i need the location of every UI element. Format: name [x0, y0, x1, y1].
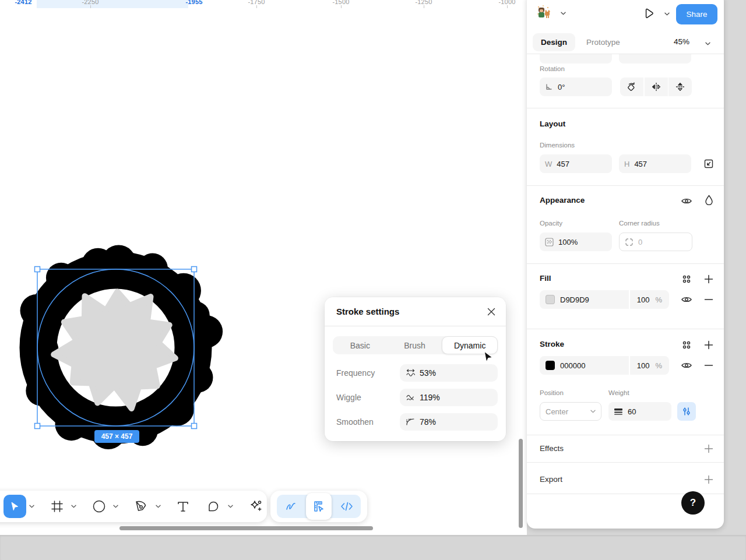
ruler-tick [90, 5, 91, 8]
tab-prototype[interactable]: Prototype [578, 33, 628, 51]
avatar-chevron-icon[interactable] [556, 6, 570, 20]
avatar[interactable] [536, 5, 551, 22]
ruler-label: -1250 [415, 0, 432, 5]
move-cursor-icon [9, 501, 20, 512]
stroke-add-icon[interactable] [702, 338, 716, 352]
tab-design[interactable]: Design [533, 33, 575, 51]
ruler-tick [507, 5, 508, 8]
rotation-value: 0° [558, 83, 565, 91]
horizontal-scrollbar[interactable] [119, 526, 373, 530]
height-input[interactable]: H 457 [619, 154, 691, 173]
zoom-level[interactable]: 45% [674, 37, 689, 46]
fill-color-row[interactable]: D9D9D9 100 % [540, 290, 669, 309]
tab-brush[interactable]: Brush [388, 336, 442, 354]
fill-remove-icon[interactable] [702, 293, 716, 307]
position-chevron-icon [590, 410, 596, 413]
ruler-label: -2412 [15, 0, 31, 5]
rotation-label: Rotation [540, 65, 565, 72]
mouse-cursor [483, 351, 495, 365]
present-chevron-icon[interactable] [660, 7, 674, 21]
corner-radius-input[interactable]: 0 [619, 233, 692, 251]
shape-tool-chevron-icon[interactable] [111, 502, 121, 511]
tab-basic[interactable]: Basic [333, 336, 388, 354]
frequency-input[interactable]: 53% [400, 364, 498, 382]
comment-tool-chevron-icon[interactable] [226, 502, 235, 511]
pen-tool-button[interactable] [129, 495, 152, 518]
pen-tool-chevron-icon[interactable] [153, 502, 163, 511]
share-button[interactable]: Share [676, 4, 717, 24]
ruler-label: -1000 [498, 0, 515, 5]
frame-tool-button[interactable] [45, 495, 68, 518]
height-value: 457 [634, 160, 647, 168]
rotate-90-button[interactable] [620, 78, 643, 96]
stroke-swatch[interactable] [546, 361, 555, 370]
ellipse-icon [92, 499, 106, 513]
frame-tool-chevron-icon[interactable] [69, 502, 79, 511]
width-input[interactable]: W 457 [540, 154, 612, 173]
smoothen-value: 78% [420, 417, 436, 427]
fill-visibility-eye-icon[interactable] [680, 293, 694, 307]
transform-buttons [620, 78, 692, 96]
text-tool-button[interactable] [171, 495, 194, 518]
actions-tool-button[interactable] [244, 495, 267, 518]
horizontal-ruler: -2412-2250-1955-1750-1500-1250-1000 [0, 0, 527, 8]
fill-styles-icon[interactable] [680, 272, 694, 286]
fill-hex[interactable]: D9D9D9 [560, 295, 589, 304]
wiggle-icon [406, 393, 416, 402]
export-add-icon[interactable] [702, 473, 716, 487]
stroke-position-value: Center [546, 407, 568, 416]
stroke-styles-icon[interactable] [680, 338, 694, 352]
vertical-scrollbar[interactable] [519, 439, 523, 528]
visible-eye-icon[interactable] [680, 194, 694, 208]
present-play-button[interactable] [642, 6, 656, 20]
design-mode-button[interactable] [306, 493, 332, 520]
stroke-hex[interactable]: 000000 [560, 361, 585, 370]
flip-horizontal-button[interactable] [645, 78, 668, 96]
dev-mode-button[interactable] [334, 495, 360, 518]
effects-add-icon[interactable] [702, 442, 716, 456]
move-tool-chevron-icon[interactable] [27, 502, 37, 511]
opacity-input[interactable]: 100% [540, 233, 612, 251]
fill-add-icon[interactable] [702, 272, 716, 286]
y-position-input-clipped[interactable] [619, 54, 691, 64]
ruler-label: -1500 [332, 0, 349, 5]
stroke-type-tabs: Basic Brush Dynamic [333, 336, 498, 354]
stroke-color-row[interactable]: 000000 100 % [540, 356, 669, 375]
ruler-label: -1750 [248, 0, 265, 5]
help-button[interactable]: ? [681, 491, 705, 515]
stroke-opacity[interactable]: 100 [637, 361, 650, 370]
fill-heading: Fill [540, 274, 551, 283]
ruler-tick [424, 5, 424, 8]
corner-radius-icon [625, 238, 634, 246]
move-tool-button[interactable] [3, 495, 26, 518]
draw-mode-button[interactable] [278, 495, 304, 518]
wiggle-label: Wiggle [336, 393, 400, 402]
smoothen-input[interactable]: 78% [400, 413, 498, 431]
comment-tool-button[interactable] [202, 495, 225, 518]
opacity-checker-icon [545, 238, 554, 246]
constrain-proportions-button[interactable] [702, 157, 716, 171]
stroke-weight-input[interactable]: 60 [608, 402, 671, 421]
stroke-visibility-eye-icon[interactable] [680, 358, 694, 372]
advanced-stroke-settings-button[interactable] [677, 402, 696, 421]
corner-radius-label: Corner radius [619, 220, 660, 227]
appearance-heading: Appearance [540, 196, 585, 205]
rotation-input[interactable]: 0° [540, 78, 612, 96]
selected-ellipse-shape[interactable] [10, 233, 238, 463]
close-icon[interactable] [487, 308, 495, 316]
fill-opacity[interactable]: 100 [637, 295, 650, 304]
fill-swatch[interactable] [546, 295, 555, 304]
blend-droplet-icon[interactable] [702, 193, 716, 207]
stroke-position-select[interactable]: Center [540, 402, 601, 421]
dialog-title: Stroke settings [336, 307, 399, 316]
x-position-input-clipped[interactable] [540, 54, 612, 64]
figma-app: -2412-2250-1955-1750-1500-1250-1000 457 … [0, 0, 746, 560]
flip-vertical-button[interactable] [668, 78, 692, 96]
shape-tool-button[interactable] [87, 495, 110, 518]
zoom-chevron-icon[interactable] [701, 37, 715, 51]
smoothen-label: Smoothen [336, 417, 400, 427]
wiggle-input[interactable]: 119% [400, 389, 498, 406]
sparkle-plus-icon [249, 499, 263, 513]
ruler-label: -1955 [185, 0, 202, 5]
stroke-remove-icon[interactable] [702, 358, 716, 372]
